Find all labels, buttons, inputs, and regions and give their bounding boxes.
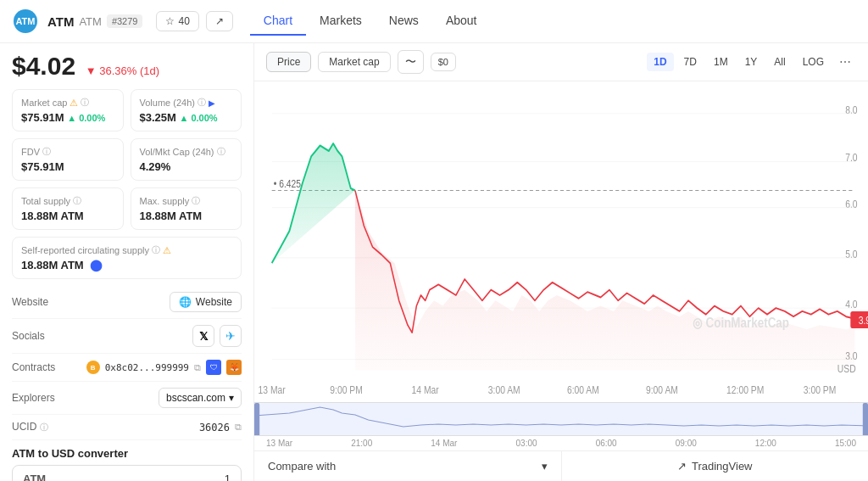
- watchlist-button[interactable]: ☆ 40: [156, 11, 198, 31]
- top-bar: ATM ATM ATM #3279 ☆ 40 ↗ Chart Markets N…: [0, 0, 868, 43]
- info-icon-vol-mkt: ⓘ: [217, 146, 225, 158]
- market-cap-label: Market cap ⚠ ⓘ: [21, 97, 114, 109]
- ucid-copy-icon[interactable]: ⧉: [235, 422, 242, 433]
- coin-name-block: ATM ATM #3279: [47, 14, 142, 29]
- links-section: Website 🌐 Website Socials 𝕏 ✈ Contracts: [12, 286, 242, 440]
- left-panel: $4.02 ▼ 36.36% (1d) Market cap ⚠ ⓘ $75.9…: [0, 43, 254, 481]
- fdv-card: FDV ⓘ $75.91M: [12, 138, 124, 181]
- max-supply-label: Max. supply ⓘ: [140, 195, 233, 207]
- trading-view-button[interactable]: ↗ TradingView: [562, 451, 869, 481]
- website-value: 🌐 Website: [170, 292, 242, 312]
- share-button[interactable]: ↗: [206, 11, 233, 31]
- market-cap-value: $75.91M ▲ 0.00%: [21, 111, 114, 124]
- bottom-bar: Compare with ▾ ↗ TradingView: [254, 450, 868, 481]
- explorers-label: Explorers: [12, 392, 55, 404]
- mini-time-label-2: 14 Mar: [431, 439, 457, 448]
- chevron-down-compare-icon: ▾: [542, 460, 548, 473]
- svg-rect-28: [254, 403, 259, 436]
- svg-text:3.9: 3.9: [859, 315, 868, 326]
- svg-text:• 6.425: • 6.425: [274, 178, 301, 189]
- fdv-label: FDV ⓘ: [21, 146, 114, 158]
- mini-time-label-0: 13 Mar: [266, 439, 292, 448]
- mini-chart[interactable]: [254, 402, 868, 436]
- market-cap-button[interactable]: Market cap: [318, 52, 390, 72]
- chevron-down-icon: ▾: [229, 392, 234, 404]
- market-cap-change: ▲ 0.00%: [67, 113, 105, 123]
- svg-text:13 Mar: 13 Mar: [259, 384, 286, 395]
- right-panel: Price Market cap 〜 $0 1D 7D 1M 1Y All LO…: [254, 43, 868, 481]
- circ-supply-label: Self-reported circulating supply ⓘ ⚠: [21, 244, 232, 256]
- contracts-label: Contracts: [12, 361, 55, 373]
- fox-icon: 🦊: [226, 360, 242, 375]
- coin-name: ATM: [47, 14, 74, 29]
- total-supply-card: Total supply ⓘ 18.88M ATM: [12, 187, 124, 230]
- line-chart-icon[interactable]: 〜: [398, 50, 424, 74]
- trading-view-icon: ↗: [677, 460, 687, 473]
- telegram-icon[interactable]: ✈: [220, 325, 242, 347]
- price-value: $4.02: [12, 52, 75, 80]
- time-7d[interactable]: 7D: [677, 53, 704, 71]
- more-button[interactable]: ⋯: [834, 52, 856, 72]
- svg-text:3:00 AM: 3:00 AM: [488, 384, 520, 395]
- tab-about[interactable]: About: [432, 7, 491, 36]
- copy-icon[interactable]: ⧉: [194, 362, 201, 373]
- explorer-select[interactable]: bscscan.com ▾: [159, 388, 242, 408]
- ucid-number: 36026: [199, 422, 230, 433]
- ucid-label: UCID ⓘ: [12, 421, 48, 433]
- market-cap-card: Market cap ⚠ ⓘ $75.91M ▲ 0.00%: [12, 89, 124, 131]
- chart-toolbar: Price Market cap 〜 $0 1D 7D 1M 1Y All LO…: [254, 43, 868, 81]
- contract-address: 0x8c02...999999: [105, 362, 189, 373]
- info-icon-vol: ⓘ: [198, 97, 206, 109]
- converter-input[interactable]: ATM 1: [12, 465, 242, 481]
- time-1m[interactable]: 1M: [707, 53, 735, 71]
- svg-rect-27: [254, 403, 868, 436]
- info-icon-ucid: ⓘ: [40, 422, 48, 432]
- volume-link-icon[interactable]: ▶: [209, 98, 215, 108]
- mini-time-label-4: 06:00: [596, 439, 617, 448]
- time-range-group: 1D 7D 1M 1Y All LOG ⋯: [647, 52, 856, 72]
- vol-mkt-value: 4.29%: [140, 160, 233, 173]
- price-button[interactable]: Price: [266, 52, 311, 72]
- bsc-icon: B: [86, 361, 100, 374]
- circ-supply-card: Self-reported circulating supply ⓘ ⚠ 18.…: [12, 237, 242, 279]
- svg-text:9:00 AM: 9:00 AM: [646, 384, 678, 395]
- time-1d[interactable]: 1D: [647, 53, 673, 71]
- svg-text:12:00 PM: 12:00 PM: [726, 384, 764, 395]
- svg-text:3:00 PM: 3:00 PM: [804, 384, 836, 395]
- volume-change: ▲ 0.00%: [180, 113, 218, 123]
- svg-text:◎ CoinMarketCap: ◎ CoinMarketCap: [693, 314, 789, 330]
- log-button[interactable]: LOG: [796, 53, 831, 71]
- tab-news[interactable]: News: [376, 7, 432, 36]
- ucid-row: UCID ⓘ 36026 ⧉: [12, 415, 242, 440]
- info-icon-cs: ⓘ: [152, 244, 160, 256]
- price-chart-svg: 8.0 7.0 6.0 5.0 4.0 3.0 • 6.425: [254, 81, 868, 402]
- ucid-value: 36026 ⧉: [199, 422, 242, 433]
- volume-label: Volume (24h) ⓘ ▶: [140, 97, 233, 109]
- twitter-icon[interactable]: 𝕏: [192, 325, 214, 347]
- max-supply-value: 18.88M ATM: [140, 210, 233, 222]
- website-button[interactable]: 🌐 Website: [170, 292, 242, 312]
- candle-icon[interactable]: $0: [431, 53, 456, 71]
- time-all[interactable]: All: [767, 53, 792, 71]
- chart-area: 8.0 7.0 6.0 5.0 4.0 3.0 • 6.425: [254, 81, 868, 402]
- svg-text:USD: USD: [837, 363, 856, 374]
- contracts-row: Contracts B 0x8c02...999999 ⧉ 🛡 🦊: [12, 354, 242, 382]
- mini-time-label-1: 21:00: [351, 439, 372, 448]
- tab-chart[interactable]: Chart: [250, 7, 306, 36]
- fdv-value: $75.91M: [21, 160, 114, 173]
- tab-markets[interactable]: Markets: [306, 7, 376, 36]
- vol-mkt-card: Vol/Mkt Cap (24h) ⓘ 4.29%: [131, 138, 242, 181]
- svg-text:14 Mar: 14 Mar: [412, 384, 439, 395]
- price-change: ▼ 36.36% (1d): [86, 64, 159, 77]
- volume-card: Volume (24h) ⓘ ▶ $3.25M ▲ 0.00%: [131, 89, 242, 131]
- coin-rank: #3279: [107, 14, 143, 28]
- compare-button[interactable]: Compare with ▾: [254, 451, 562, 481]
- mini-time-label-3: 03:00: [516, 439, 537, 448]
- nav-tabs: Chart Markets News About: [250, 7, 491, 36]
- trading-view-label: TradingView: [692, 460, 753, 473]
- info-icon-ts: ⓘ: [73, 195, 81, 207]
- time-1y[interactable]: 1Y: [738, 53, 765, 71]
- main-content: $4.02 ▼ 36.36% (1d) Market cap ⚠ ⓘ $75.9…: [0, 43, 868, 481]
- star-icon: ☆: [165, 15, 175, 27]
- vol-mkt-label: Vol/Mkt Cap (24h) ⓘ: [140, 146, 233, 158]
